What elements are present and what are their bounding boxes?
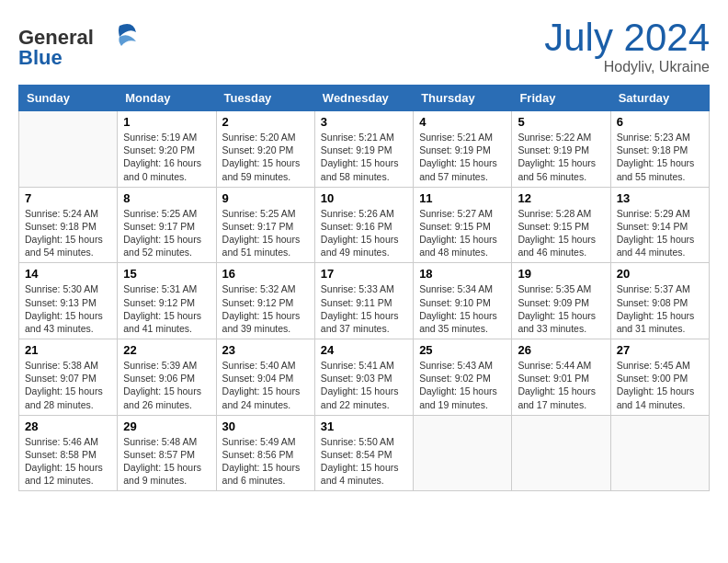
day-number: 22 [123, 343, 210, 357]
day-number: 25 [419, 343, 506, 357]
day-cell: 31Sunrise: 5:50 AMSunset: 8:54 PMDayligh… [314, 415, 413, 491]
day-info: Sunrise: 5:25 AMSunset: 9:17 PMDaylight:… [123, 207, 210, 259]
day-info: Sunrise: 5:19 AMSunset: 9:20 PMDaylight:… [123, 131, 210, 183]
day-cell: 1Sunrise: 5:19 AMSunset: 9:20 PMDaylight… [118, 111, 216, 188]
day-cell: 7Sunrise: 5:24 AMSunset: 9:18 PMDaylight… [19, 187, 118, 263]
day-info: Sunrise: 5:21 AMSunset: 9:19 PMDaylight:… [321, 131, 407, 183]
day-number: 7 [25, 191, 111, 205]
day-cell: 4Sunrise: 5:21 AMSunset: 9:19 PMDaylight… [414, 111, 512, 188]
weekday-sunday: Sunday [19, 86, 118, 111]
day-number: 5 [518, 115, 604, 129]
day-cell: 22Sunrise: 5:39 AMSunset: 9:06 PMDayligh… [118, 339, 216, 416]
day-info: Sunrise: 5:26 AMSunset: 9:16 PMDaylight:… [321, 207, 407, 259]
day-number: 20 [617, 267, 703, 281]
day-number: 17 [321, 267, 407, 281]
day-info: Sunrise: 5:35 AMSunset: 9:09 PMDaylight:… [518, 282, 604, 335]
day-number: 11 [419, 191, 506, 205]
day-number: 13 [617, 191, 703, 205]
day-number: 8 [123, 191, 210, 205]
day-cell [610, 415, 709, 491]
day-info: Sunrise: 5:20 AMSunset: 9:20 PMDaylight:… [222, 131, 309, 183]
day-info: Sunrise: 5:24 AMSunset: 9:18 PMDaylight:… [25, 207, 111, 259]
day-cell: 3Sunrise: 5:21 AMSunset: 9:19 PMDaylight… [314, 111, 413, 188]
day-info: Sunrise: 5:37 AMSunset: 9:08 PMDaylight:… [617, 282, 703, 335]
day-number: 19 [518, 267, 604, 281]
day-number: 28 [25, 419, 111, 433]
day-info: Sunrise: 5:45 AMSunset: 9:00 PMDaylight:… [617, 359, 703, 411]
header: General Blue July 2024 Hodyliv, Ukraine [18, 18, 710, 75]
day-info: Sunrise: 5:29 AMSunset: 9:14 PMDaylight:… [617, 207, 703, 259]
calendar-location: Hodyliv, Ukraine [544, 59, 710, 75]
day-cell: 13Sunrise: 5:29 AMSunset: 9:14 PMDayligh… [610, 187, 709, 263]
weekday-tuesday: Tuesday [216, 86, 314, 111]
day-cell: 16Sunrise: 5:32 AMSunset: 9:12 PMDayligh… [216, 263, 314, 339]
day-cell: 18Sunrise: 5:34 AMSunset: 9:10 PMDayligh… [414, 263, 512, 339]
logo-svg: General Blue [18, 18, 138, 69]
week-row-5: 28Sunrise: 5:46 AMSunset: 8:58 PMDayligh… [19, 415, 710, 491]
day-info: Sunrise: 5:32 AMSunset: 9:12 PMDaylight:… [222, 282, 309, 335]
day-cell: 24Sunrise: 5:41 AMSunset: 9:03 PMDayligh… [314, 339, 413, 416]
day-info: Sunrise: 5:50 AMSunset: 8:54 PMDaylight:… [321, 435, 407, 488]
day-cell: 14Sunrise: 5:30 AMSunset: 9:13 PMDayligh… [19, 263, 118, 339]
day-cell: 23Sunrise: 5:40 AMSunset: 9:04 PMDayligh… [216, 339, 314, 416]
day-info: Sunrise: 5:40 AMSunset: 9:04 PMDaylight:… [222, 359, 309, 411]
weekday-thursday: Thursday [414, 86, 512, 111]
day-cell: 9Sunrise: 5:25 AMSunset: 9:17 PMDaylight… [216, 187, 314, 263]
day-number: 29 [123, 419, 210, 433]
day-cell: 25Sunrise: 5:43 AMSunset: 9:02 PMDayligh… [414, 339, 512, 416]
day-number: 14 [25, 267, 111, 281]
day-number: 4 [419, 115, 506, 129]
day-info: Sunrise: 5:22 AMSunset: 9:19 PMDaylight:… [518, 131, 604, 183]
day-number: 10 [321, 191, 407, 205]
svg-text:Blue: Blue [18, 46, 63, 69]
calendar-title: July 2024 [544, 18, 710, 57]
day-info: Sunrise: 5:34 AMSunset: 9:10 PMDaylight:… [419, 282, 506, 335]
day-info: Sunrise: 5:21 AMSunset: 9:19 PMDaylight:… [419, 131, 506, 183]
day-cell: 2Sunrise: 5:20 AMSunset: 9:20 PMDaylight… [216, 111, 314, 188]
day-cell: 17Sunrise: 5:33 AMSunset: 9:11 PMDayligh… [314, 263, 413, 339]
week-row-2: 7Sunrise: 5:24 AMSunset: 9:18 PMDaylight… [19, 187, 710, 263]
day-number: 24 [321, 343, 407, 357]
day-number: 9 [222, 191, 309, 205]
day-info: Sunrise: 5:30 AMSunset: 9:13 PMDaylight:… [25, 282, 111, 335]
day-number: 30 [222, 419, 309, 433]
day-cell: 12Sunrise: 5:28 AMSunset: 9:15 PMDayligh… [512, 187, 610, 263]
calendar-table: SundayMondayTuesdayWednesdayThursdayFrid… [18, 85, 710, 491]
day-cell: 11Sunrise: 5:27 AMSunset: 9:15 PMDayligh… [414, 187, 512, 263]
day-cell: 6Sunrise: 5:23 AMSunset: 9:18 PMDaylight… [610, 111, 709, 188]
day-info: Sunrise: 5:41 AMSunset: 9:03 PMDaylight:… [321, 359, 407, 411]
day-info: Sunrise: 5:25 AMSunset: 9:17 PMDaylight:… [222, 207, 309, 259]
day-info: Sunrise: 5:39 AMSunset: 9:06 PMDaylight:… [123, 359, 210, 411]
day-info: Sunrise: 5:31 AMSunset: 9:12 PMDaylight:… [123, 282, 210, 335]
day-number: 27 [617, 343, 703, 357]
weekday-monday: Monday [118, 86, 216, 111]
day-number: 31 [321, 419, 407, 433]
day-cell: 21Sunrise: 5:38 AMSunset: 9:07 PMDayligh… [19, 339, 118, 416]
day-cell: 10Sunrise: 5:26 AMSunset: 9:16 PMDayligh… [314, 187, 413, 263]
day-cell: 26Sunrise: 5:44 AMSunset: 9:01 PMDayligh… [512, 339, 610, 416]
day-cell: 19Sunrise: 5:35 AMSunset: 9:09 PMDayligh… [512, 263, 610, 339]
day-cell: 15Sunrise: 5:31 AMSunset: 9:12 PMDayligh… [118, 263, 216, 339]
day-info: Sunrise: 5:27 AMSunset: 9:15 PMDaylight:… [419, 207, 506, 259]
weekday-saturday: Saturday [610, 86, 709, 111]
day-number: 23 [222, 343, 309, 357]
day-number: 6 [617, 115, 703, 129]
day-info: Sunrise: 5:44 AMSunset: 9:01 PMDaylight:… [518, 359, 604, 411]
weekday-header-row: SundayMondayTuesdayWednesdayThursdayFrid… [19, 86, 710, 111]
day-cell [19, 111, 118, 188]
day-number: 3 [321, 115, 407, 129]
day-info: Sunrise: 5:23 AMSunset: 9:18 PMDaylight:… [617, 131, 703, 183]
weekday-friday: Friday [512, 86, 610, 111]
day-cell [512, 415, 610, 491]
day-number: 18 [419, 267, 506, 281]
day-cell: 28Sunrise: 5:46 AMSunset: 8:58 PMDayligh… [19, 415, 118, 491]
day-cell: 29Sunrise: 5:48 AMSunset: 8:57 PMDayligh… [118, 415, 216, 491]
page: General Blue July 2024 Hodyliv, Ukraine … [0, 0, 728, 563]
weekday-wednesday: Wednesday [314, 86, 413, 111]
day-number: 26 [518, 343, 604, 357]
day-info: Sunrise: 5:38 AMSunset: 9:07 PMDaylight:… [25, 359, 111, 411]
day-info: Sunrise: 5:49 AMSunset: 8:56 PMDaylight:… [222, 435, 309, 488]
week-row-4: 21Sunrise: 5:38 AMSunset: 9:07 PMDayligh… [19, 339, 710, 416]
day-info: Sunrise: 5:28 AMSunset: 9:15 PMDaylight:… [518, 207, 604, 259]
title-block: July 2024 Hodyliv, Ukraine [544, 18, 710, 75]
